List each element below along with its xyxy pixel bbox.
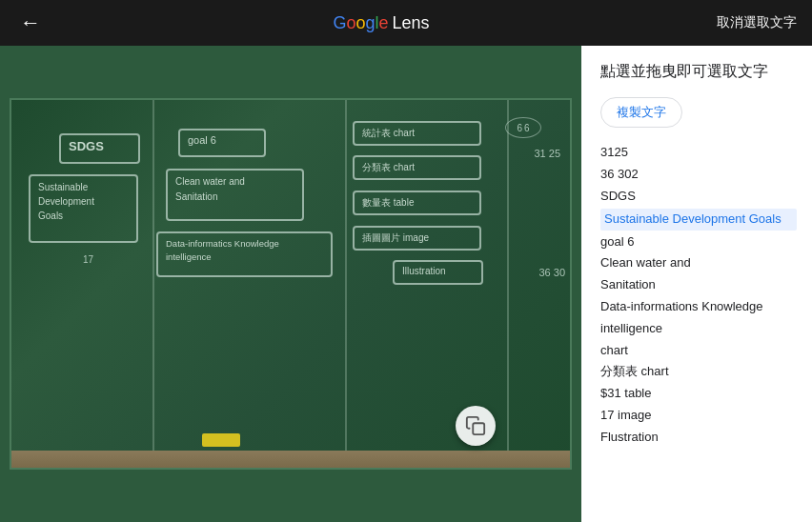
detected-text-item[interactable]: Sustainable Development Goals <box>600 209 797 231</box>
board-divider-1 <box>152 100 154 468</box>
chalk-box-sdgs: SDGS <box>59 133 140 164</box>
detected-text-list: 312536 302SDGSSustainable Development Go… <box>600 143 797 447</box>
board-divider-2 <box>345 100 347 468</box>
detected-text-item[interactable]: 3125 <box>600 143 797 163</box>
copy-text-button[interactable]: 複製文字 <box>600 97 682 128</box>
chalk-box-sdg-full: SustainableDevelopmentGoals <box>29 174 138 243</box>
google-lens-logo: Google Lens <box>333 13 429 33</box>
text-panel: 點選並拖曳即可選取文字 複製文字 312536 302SDGSSustainab… <box>581 46 812 522</box>
back-button[interactable]: ← <box>15 10 46 35</box>
chalk-box-goal6: goal 6 <box>178 129 266 157</box>
chalk-box-image: 插圖圖片 image <box>353 226 481 251</box>
detected-text-item[interactable]: Flustration <box>600 428 797 448</box>
board-ledge <box>11 451 570 468</box>
panel-title: 點選並拖曳即可選取文字 <box>600 61 797 82</box>
chalk-box-chart2: 分類表 chart <box>353 155 481 180</box>
detected-text-item[interactable]: Sanitation <box>600 275 797 295</box>
google-g-logo: Google <box>333 13 388 33</box>
detected-text-item[interactable]: intelligence <box>600 319 797 339</box>
lens-text: Lens <box>393 13 430 33</box>
detected-text-item[interactable]: Clean water and <box>600 253 797 273</box>
chalk-box-data: Data-informatics Knowledgeintelligence <box>156 231 333 277</box>
chalk-box-cleanwater: Clean water andSanitation <box>166 169 304 221</box>
svg-rect-0 <box>473 423 484 434</box>
cancel-button[interactable]: 取消選取文字 <box>717 14 797 31</box>
chalk-text-17: 17 <box>83 254 93 265</box>
chalk-box-illustration: Illustration <box>393 260 483 285</box>
chalk-box-table: 數量表 table <box>353 191 481 215</box>
chalk-circle-numbers: 66 <box>505 117 541 138</box>
detected-text-item[interactable]: 36 302 <box>600 165 797 185</box>
chalk-box-chart1: 統計表 chart <box>353 121 481 146</box>
image-panel: SDGS SustainableDevelopmentGoals 17 goal… <box>0 46 581 522</box>
detected-text-item[interactable]: chart <box>600 341 797 361</box>
chalk-text-3630: 36 30 <box>538 267 565 278</box>
detected-text-item[interactable]: Data-informations Knowledge <box>600 297 797 317</box>
copy-button-overlay[interactable] <box>456 406 496 446</box>
chalk-text-3125: 31 25 <box>534 148 560 159</box>
main-content: SDGS SustainableDevelopmentGoals 17 goal… <box>0 46 812 522</box>
board-divider-3 <box>507 100 509 468</box>
detected-text-item[interactable]: goal 6 <box>600 232 797 252</box>
top-bar: ← Google Lens 取消選取文字 <box>0 0 812 46</box>
detected-text-item[interactable]: 17 image <box>600 406 797 426</box>
detected-text-item[interactable]: SDGS <box>600 187 797 207</box>
copy-icon <box>465 415 486 436</box>
detected-text-item[interactable]: $31 table <box>600 384 797 404</box>
yellow-marker <box>202 433 240 447</box>
detected-text-item[interactable]: 分類表 chart <box>600 362 797 382</box>
chalkboard: SDGS SustainableDevelopmentGoals 17 goal… <box>0 46 581 522</box>
